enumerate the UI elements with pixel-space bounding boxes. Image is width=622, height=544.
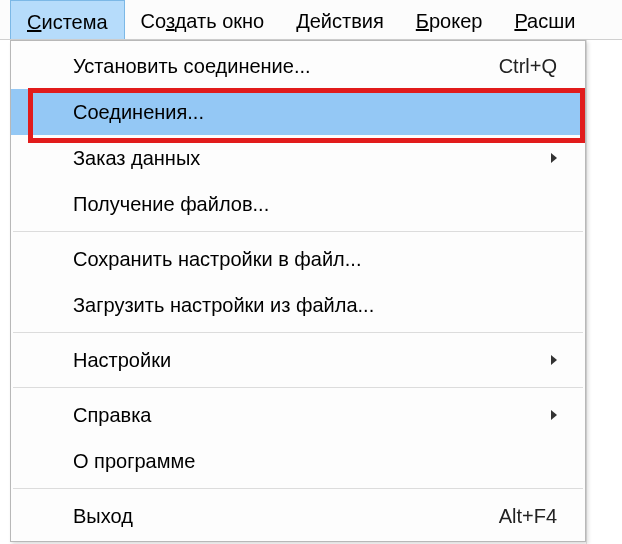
menubar-item-post: истема [41,11,107,33]
menu-item-10[interactable]: Справка [11,392,585,438]
menubar-item-post: асши [527,10,575,32]
menu-item-label: Справка [73,404,549,427]
menubar-item-0[interactable]: Система [10,0,125,39]
menu-separator [13,332,583,333]
menu-item-0[interactable]: Установить соединение...Ctrl+Q [11,43,585,89]
menu-item-label: О программе [73,450,563,473]
menu-item-label: Установить соединение... [73,55,499,78]
system-menu-dropdown: Установить соединение...Ctrl+QСоединения… [10,40,586,542]
menubar: СистемаСоздать окноДействияБрокерРасши [0,0,622,40]
menu-item-6[interactable]: Загрузить настройки из файла... [11,282,585,328]
chevron-right-icon [549,353,563,367]
menubar-item-post: дать окно [175,10,265,32]
menu-separator [13,387,583,388]
menubar-item-mnemonic: Б [416,10,429,32]
menu-item-label: Выход [73,505,499,528]
chevron-right-icon [549,408,563,422]
menubar-item-mnemonic: С [27,11,41,33]
menu-item-label: Соединения... [73,101,563,124]
menubar-item-4[interactable]: Расши [498,0,591,39]
menu-item-13[interactable]: ВыходAlt+F4 [11,493,585,539]
menu-item-1[interactable]: Соединения... [11,89,585,135]
menu-separator [13,231,583,232]
menubar-item-mnemonic: Д [296,10,310,32]
menu-item-11[interactable]: О программе [11,438,585,484]
menu-item-label: Заказ данных [73,147,549,170]
menubar-item-mnemonic: Р [514,10,527,32]
menubar-item-mnemonic: з [166,10,175,32]
menu-separator [13,488,583,489]
menu-item-3[interactable]: Получение файлов... [11,181,585,227]
menu-item-8[interactable]: Настройки [11,337,585,383]
menubar-item-2[interactable]: Действия [280,0,400,39]
menu-item-shortcut: Ctrl+Q [499,55,563,78]
menu-item-label: Загрузить настройки из файла... [73,294,563,317]
menu-item-2[interactable]: Заказ данных [11,135,585,181]
menubar-item-post: рокер [429,10,482,32]
menu-item-5[interactable]: Сохранить настройки в файл... [11,236,585,282]
menubar-item-pre: Со [141,10,166,32]
menu-item-label: Сохранить настройки в файл... [73,248,563,271]
menu-item-label: Получение файлов... [73,193,563,216]
menu-item-shortcut: Alt+F4 [499,505,563,528]
menu-item-label: Настройки [73,349,549,372]
menubar-item-3[interactable]: Брокер [400,0,499,39]
window-right-edge [586,40,622,544]
menubar-item-1[interactable]: Создать окно [125,0,281,39]
menubar-item-post: ействия [310,10,384,32]
chevron-right-icon [549,151,563,165]
